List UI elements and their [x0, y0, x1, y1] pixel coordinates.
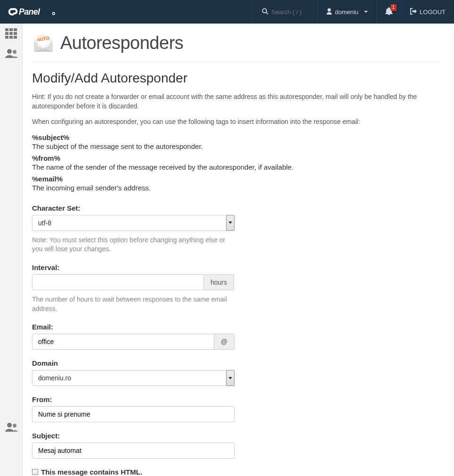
interval-addon: hours [204, 274, 234, 290]
subject-group: Subject: [32, 432, 235, 459]
email-at-addon: @ [214, 334, 235, 350]
svg-rect-13 [14, 36, 17, 39]
charset-label: Character Set: [32, 204, 235, 212]
svg-rect-7 [14, 28, 17, 31]
caret-down-icon [364, 11, 368, 13]
domain-dropdown-button[interactable] [226, 370, 235, 386]
search-icon [262, 8, 268, 16]
svg-line-3 [266, 12, 268, 14]
logout-button[interactable]: LOGOUT [401, 0, 454, 24]
svg-point-1 [52, 12, 55, 15]
svg-point-4 [328, 8, 331, 11]
tag-email-desc: The incoming email sender's address. [32, 184, 151, 192]
tag-from-desc: The name of the sender of the message re… [32, 163, 293, 171]
interval-label: Interval: [32, 263, 235, 271]
sidebar-item-users[interactable] [5, 49, 18, 59]
logout-icon [410, 8, 417, 16]
subject-label: Subject: [32, 432, 235, 440]
chevron-down-icon [228, 377, 232, 379]
html-checkbox-row[interactable]: This message contains HTML. [32, 468, 440, 476]
svg-rect-5 [5, 28, 8, 31]
domain-value: domeniu.ro [32, 370, 227, 386]
from-group: From: [32, 395, 235, 422]
svg-point-15 [13, 50, 16, 54]
charset-select[interactable]: utf-8 [32, 215, 235, 231]
charset-dropdown-button[interactable] [226, 215, 235, 231]
svg-rect-8 [5, 32, 8, 35]
domain-group: Domain domeniu.ro [32, 359, 235, 386]
user-label: domeniu [335, 8, 358, 16]
email-group: Email: @ [32, 323, 235, 350]
user-menu[interactable]: domeniu [317, 0, 376, 24]
svg-point-14 [7, 49, 12, 54]
sidebar-item-users-bottom[interactable] [5, 422, 18, 433]
tag-definitions: %subject% The subject of the message sen… [32, 133, 440, 193]
svg-rect-9 [9, 32, 13, 35]
domain-label: Domain [32, 359, 235, 367]
svg-point-2 [263, 8, 267, 13]
from-input[interactable] [32, 406, 235, 422]
logout-label: LOGOUT [420, 8, 446, 16]
svg-text:Panel: Panel [19, 7, 41, 16]
domain-select[interactable]: domeniu.ro [32, 370, 235, 386]
html-checkbox-label: This message contains HTML. [41, 468, 142, 476]
tag-subject-key: %subject% [32, 133, 440, 141]
search-input[interactable] [271, 8, 309, 16]
email-label: Email: [32, 323, 235, 331]
interval-input[interactable] [32, 274, 204, 290]
svg-rect-10 [14, 32, 17, 35]
interval-note: The number of hours to wait between resp… [32, 295, 230, 313]
html-checkbox[interactable] [32, 469, 38, 475]
charset-value: utf-8 [32, 215, 227, 231]
sidebar-item-apps[interactable] [5, 28, 17, 40]
notifications-button[interactable]: 1 [376, 0, 401, 24]
cpanel-logo[interactable]: Panel [0, 0, 68, 24]
svg-rect-11 [5, 36, 8, 39]
charset-note: Note: You must select this option before… [32, 236, 230, 254]
main-content: AUTO Autoresponders Modify/Add Autorespo… [23, 24, 454, 476]
hint-text: Hint: If you do not create a forwarder o… [32, 92, 440, 111]
tags-intro-text: When configuring an autoresponder, you c… [32, 117, 440, 127]
svg-point-16 [7, 423, 12, 427]
subject-input[interactable] [32, 443, 235, 459]
top-navbar: Panel domeniu 1 LOGOUT [0, 0, 454, 24]
autoresponder-icon: AUTO [32, 34, 55, 53]
svg-rect-12 [9, 36, 13, 39]
search-box[interactable] [253, 0, 317, 24]
tag-email-key: %email% [32, 175, 440, 183]
tag-from-key: %from% [32, 154, 440, 162]
svg-point-17 [13, 424, 16, 427]
left-sidebar [0, 24, 23, 476]
chevron-down-icon [228, 222, 232, 224]
page-subtitle: Modify/Add Autoresponder [32, 71, 440, 86]
charset-group: Character Set: utf-8 Note: You must sele… [32, 204, 235, 254]
notification-count-badge: 1 [390, 4, 397, 11]
from-label: From: [32, 395, 235, 403]
email-input[interactable] [32, 334, 214, 350]
interval-group: Interval: hours The number of hours to w… [32, 263, 235, 313]
tag-subject-desc: The subject of the message sent to the a… [32, 142, 203, 150]
user-icon [326, 8, 332, 16]
svg-rect-6 [9, 28, 13, 31]
page-title: Autoresponders [60, 33, 183, 53]
